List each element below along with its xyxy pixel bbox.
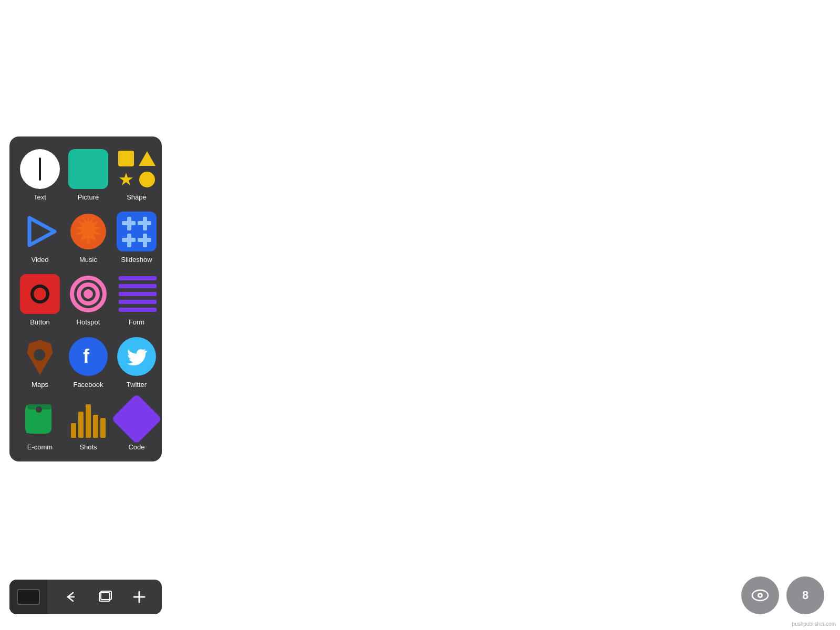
music-icon xyxy=(67,211,109,253)
facebook-icon: f xyxy=(67,335,109,377)
widget-item-picture[interactable]: Picture xyxy=(65,144,111,204)
text-icon xyxy=(19,148,61,190)
picture-label: Picture xyxy=(78,193,99,201)
twitter-icon xyxy=(116,335,158,377)
svg-point-18 xyxy=(36,406,42,413)
button-label: Button xyxy=(30,318,50,326)
widget-item-slideshow[interactable]: Slideshow xyxy=(113,206,160,267)
widget-item-shape[interactable]: Shape xyxy=(113,144,160,204)
svg-rect-6 xyxy=(117,212,157,251)
svg-rect-12 xyxy=(127,234,131,247)
hotspot-icon xyxy=(67,273,109,315)
svg-marker-0 xyxy=(119,173,133,185)
maps-label: Maps xyxy=(32,381,48,388)
screen-thumbnail xyxy=(17,589,40,605)
maps-icon xyxy=(19,335,61,377)
ecomm-label: E-comm xyxy=(27,443,53,451)
preview-button[interactable] xyxy=(741,576,779,614)
count-button[interactable]: 8 xyxy=(786,576,824,614)
svg-point-25 xyxy=(759,594,761,596)
svg-rect-14 xyxy=(143,234,147,247)
svg-marker-1 xyxy=(29,218,55,245)
widget-panel: Text Picture Shape Video xyxy=(9,136,162,461)
svg-text:f: f xyxy=(83,346,90,367)
widget-item-twitter[interactable]: Twitter xyxy=(113,331,160,392)
svg-rect-10 xyxy=(143,217,147,230)
toolbar-back-button[interactable] xyxy=(59,586,80,607)
toolbar-add-button[interactable] xyxy=(129,586,150,607)
code-label: Code xyxy=(128,443,144,451)
shots-label: Shots xyxy=(79,443,97,451)
shape-icon xyxy=(116,148,158,190)
form-label: Form xyxy=(129,318,144,326)
twitter-label: Twitter xyxy=(127,381,147,388)
svg-rect-8 xyxy=(127,217,131,230)
widget-item-maps[interactable]: Maps xyxy=(17,331,63,392)
widget-item-facebook[interactable]: f Facebook xyxy=(65,331,111,392)
count-label: 8 xyxy=(802,589,808,602)
widget-item-music[interactable]: Music xyxy=(65,206,111,267)
widget-item-code[interactable]: Code xyxy=(113,394,160,454)
video-icon xyxy=(19,211,61,253)
slideshow-label: Slideshow xyxy=(121,256,152,264)
music-label: Music xyxy=(79,256,97,264)
text-label: Text xyxy=(34,193,46,201)
code-icon xyxy=(116,398,158,440)
toolbar-right xyxy=(47,580,162,614)
bottom-right-controls: 8 xyxy=(741,576,824,614)
slideshow-icon xyxy=(116,211,158,253)
watermark: pushpublisher.com xyxy=(792,621,836,627)
bottom-toolbar xyxy=(9,580,162,614)
widget-item-text[interactable]: Text xyxy=(17,144,63,204)
video-label: Video xyxy=(31,256,48,264)
toolbar-layers-button[interactable] xyxy=(94,586,115,607)
button-icon xyxy=(19,273,61,315)
widget-item-shots[interactable]: Shots xyxy=(65,394,111,454)
picture-icon xyxy=(67,148,109,190)
shape-label: Shape xyxy=(127,193,147,201)
ecomm-icon xyxy=(19,398,61,440)
hotspot-label: Hotspot xyxy=(77,318,100,326)
widget-item-video[interactable]: Video xyxy=(17,206,63,267)
form-icon xyxy=(116,273,158,315)
widget-item-hotspot[interactable]: Hotspot xyxy=(65,269,111,329)
facebook-label: Facebook xyxy=(73,381,103,388)
widget-item-ecomm[interactable]: E-comm xyxy=(17,394,63,454)
shots-icon xyxy=(67,398,109,440)
widget-item-form[interactable]: Form xyxy=(113,269,160,329)
widget-item-button[interactable]: Button xyxy=(17,269,63,329)
toolbar-screen-button[interactable] xyxy=(9,580,47,614)
